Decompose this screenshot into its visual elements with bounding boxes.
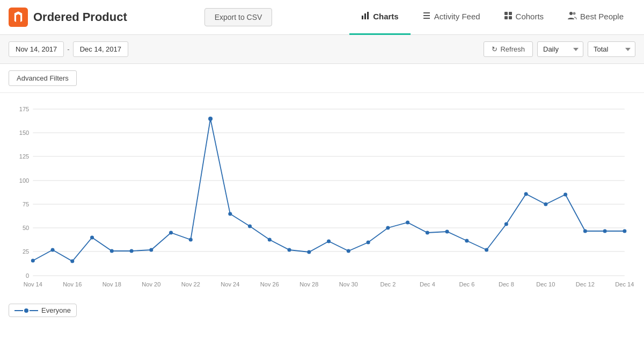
filters-bar: Advanced Filters: [0, 64, 644, 93]
chart-container: .grid-line { stroke: #e0e0e0; stroke-wid…: [9, 98, 635, 297]
svg-text:25: 25: [23, 248, 29, 255]
svg-point-48: [90, 236, 94, 240]
svg-point-12: [573, 12, 576, 15]
tab-activity-feed-label: Activity Feed: [434, 12, 480, 21]
legend-dash2-icon: [30, 310, 38, 311]
svg-point-57: [268, 238, 272, 242]
svg-text:Nov 26: Nov 26: [260, 281, 279, 288]
metric-select[interactable]: Total Unique Average: [588, 41, 635, 57]
svg-point-46: [51, 248, 55, 252]
svg-point-70: [524, 192, 528, 196]
svg-point-63: [386, 226, 390, 230]
legend-everyone[interactable]: Everyone: [9, 304, 77, 317]
svg-text:Dec 14: Dec 14: [615, 281, 634, 288]
advanced-filters-button[interactable]: Advanced Filters: [9, 70, 77, 86]
tab-charts[interactable]: Charts: [349, 0, 411, 35]
svg-point-53: [189, 238, 193, 242]
date-end-button[interactable]: Dec 14, 2017: [73, 41, 128, 57]
users-icon: [567, 11, 577, 22]
table-icon: [504, 11, 513, 22]
date-separator: -: [67, 45, 69, 53]
svg-point-58: [288, 248, 291, 252]
legend-line-everyone: [14, 308, 38, 313]
chart-legend: Everyone: [0, 297, 644, 324]
svg-rect-6: [423, 18, 430, 19]
svg-rect-1: [362, 16, 363, 19]
svg-point-50: [130, 249, 134, 253]
svg-point-51: [149, 248, 153, 252]
svg-text:Nov 30: Nov 30: [339, 281, 358, 288]
svg-point-66: [445, 230, 449, 234]
date-start-button[interactable]: Nov 14, 2017: [9, 41, 64, 57]
svg-rect-0: [9, 8, 28, 27]
svg-text:Nov 24: Nov 24: [221, 281, 239, 288]
tab-activity-feed[interactable]: Activity Feed: [411, 0, 492, 35]
export-csv-button[interactable]: Export to CSV: [204, 8, 273, 26]
interval-select[interactable]: Daily Weekly Monthly: [537, 41, 583, 57]
refresh-label: Refresh: [500, 45, 525, 53]
tab-cohorts-label: Cohorts: [516, 12, 544, 21]
svg-text:Nov 28: Nov 28: [299, 281, 318, 288]
bar-chart-icon: [361, 11, 370, 22]
svg-text:Dec 12: Dec 12: [576, 281, 595, 288]
svg-point-55: [228, 212, 232, 216]
logo-area: Ordered Product: [9, 8, 127, 27]
svg-rect-4: [423, 12, 430, 13]
svg-text:Dec 10: Dec 10: [536, 281, 555, 288]
svg-point-56: [248, 225, 252, 228]
tab-cohorts[interactable]: Cohorts: [492, 0, 556, 35]
svg-point-45: [31, 259, 35, 263]
svg-point-74: [603, 229, 607, 233]
svg-text:Nov 16: Nov 16: [63, 281, 82, 288]
svg-text:50: 50: [23, 225, 29, 231]
list-icon: [422, 11, 431, 22]
chart-area: .grid-line { stroke: #e0e0e0; stroke-wid…: [0, 93, 644, 297]
svg-text:Nov 14: Nov 14: [24, 281, 42, 288]
svg-rect-9: [504, 16, 508, 19]
svg-rect-10: [509, 16, 512, 19]
svg-text:Nov 20: Nov 20: [142, 281, 160, 288]
svg-point-75: [623, 229, 626, 233]
header-nav: Charts Activity Feed: [349, 0, 635, 35]
svg-text:Nov 18: Nov 18: [103, 281, 121, 288]
tab-best-people-label: Best People: [580, 12, 624, 21]
date-range: Nov 14, 2017 - Dec 14, 2017: [9, 41, 128, 57]
toolbar: Nov 14, 2017 - Dec 14, 2017 ↻ Refresh Da…: [0, 35, 644, 64]
svg-point-73: [583, 229, 587, 233]
line-chart: .grid-line { stroke: #e0e0e0; stroke-wid…: [9, 98, 635, 297]
svg-text:100: 100: [19, 177, 29, 184]
tab-best-people[interactable]: Best People: [555, 0, 635, 35]
svg-text:Dec 6: Dec 6: [459, 281, 474, 288]
svg-text:75: 75: [23, 201, 29, 207]
svg-point-61: [347, 249, 350, 253]
tab-charts-label: Charts: [373, 12, 399, 21]
svg-point-62: [367, 241, 370, 245]
svg-text:125: 125: [19, 153, 29, 160]
svg-point-69: [504, 222, 508, 226]
svg-text:0: 0: [26, 272, 29, 279]
svg-point-60: [327, 240, 331, 243]
svg-text:Dec 4: Dec 4: [420, 281, 435, 288]
svg-text:Dec 2: Dec 2: [380, 281, 396, 288]
magento-logo-icon: [9, 8, 28, 27]
page-title: Ordered Product: [33, 10, 127, 24]
toolbar-right: ↻ Refresh Daily Weekly Monthly Total Uni…: [484, 41, 635, 57]
svg-point-65: [426, 231, 429, 235]
refresh-button[interactable]: ↻ Refresh: [484, 41, 533, 57]
header-center: Export to CSV: [127, 8, 349, 26]
svg-text:Dec 8: Dec 8: [499, 281, 514, 288]
legend-dash-icon: [14, 310, 23, 311]
svg-text:150: 150: [19, 130, 29, 136]
legend-dot-icon: [24, 308, 28, 313]
header: Ordered Product Export to CSV Charts: [0, 0, 644, 35]
svg-rect-2: [364, 13, 366, 19]
svg-point-72: [564, 193, 567, 197]
svg-point-49: [110, 249, 114, 253]
svg-point-67: [465, 239, 469, 243]
svg-rect-8: [509, 12, 512, 15]
svg-point-47: [70, 260, 74, 263]
svg-point-64: [406, 221, 409, 225]
svg-point-11: [569, 12, 573, 15]
svg-text:175: 175: [19, 106, 29, 112]
svg-text:Nov 22: Nov 22: [181, 281, 200, 288]
